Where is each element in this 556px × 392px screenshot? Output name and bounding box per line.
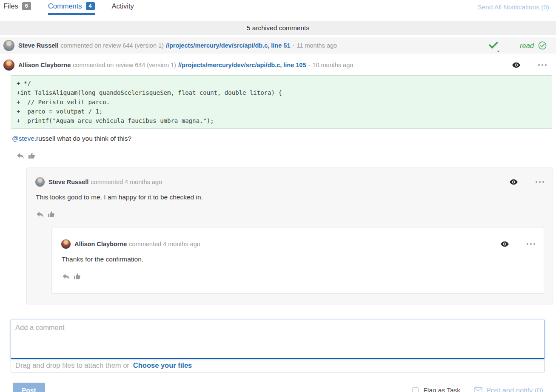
timestamp: commented 4 months ago — [91, 179, 162, 185]
archived-comments-toggle[interactable]: 5 archived comments — [0, 21, 556, 35]
files-count-badge: 6 — [22, 2, 31, 10]
timestamp: commented 4 months ago — [129, 241, 200, 247]
reply-controls — [501, 241, 535, 247]
author-name: Allison Clayborne — [74, 241, 127, 247]
code-line: + printf("Aquam arcu vehicula faucibus u… — [17, 116, 546, 125]
timestamp: 10 months ago — [312, 62, 353, 68]
flag-as-task: Flag as Task — [412, 386, 460, 392]
avatar-allison-clayborne — [3, 60, 14, 71]
comment-actions — [17, 151, 556, 159]
reply-icon[interactable] — [37, 211, 44, 218]
reply-body: Thanks for the confirmation. — [62, 256, 535, 263]
post-button[interactable]: Post — [13, 383, 45, 392]
envelope-icon — [474, 387, 482, 392]
reply-actions — [63, 272, 535, 280]
comment-header-row: Allison Clayborne commented on review 64… — [0, 57, 556, 73]
thumbs-up-icon[interactable] — [28, 152, 35, 159]
comment-body: @steve.russell what do you think of this… — [12, 135, 556, 142]
ellipsis-icon[interactable] — [527, 243, 535, 245]
tab-activity-label: Activity — [112, 2, 134, 10]
eye-icon[interactable] — [510, 179, 518, 185]
resolved-check-dropdown[interactable]: ⌄ — [488, 41, 499, 50]
flag-as-task-checkbox[interactable] — [412, 387, 419, 392]
reply-icon[interactable] — [17, 153, 24, 159]
circle-check-icon[interactable] — [538, 41, 547, 50]
reply-icon[interactable] — [63, 273, 70, 280]
add-comment-input[interactable] — [11, 320, 545, 359]
ellipsis-icon[interactable] — [538, 64, 547, 66]
author-name: Allison Clayborne — [18, 62, 71, 68]
thumbs-up-icon[interactable] — [74, 273, 81, 280]
post-and-notify-button[interactable]: Post and notify (0) — [474, 386, 543, 392]
code-line: + */ — [17, 79, 546, 88]
comment-action-text: commented on review 644 (version 1) — [73, 62, 176, 68]
reply-header: Allison Clayborne commented 4 months ago — [61, 239, 535, 249]
thumbs-up-icon[interactable] — [48, 210, 55, 218]
code-line: + // Peristo velit parco. — [17, 97, 546, 107]
reply-header: Steve Russell commented 4 months ago — [35, 177, 544, 187]
drop-hint-text: Drag and drop files to attach them or — [15, 361, 129, 369]
tab-comments-label: Comments — [48, 2, 82, 10]
reply-actions — [37, 210, 544, 218]
nested-reply-card: Allison Clayborne commented 4 months ago… — [51, 227, 544, 294]
code-line: +int TalisAliquam(long quandoScelerisque… — [17, 88, 546, 97]
tab-comments[interactable]: Comments 4 — [48, 2, 95, 15]
separator: - — [308, 62, 310, 68]
ellipsis-icon[interactable] — [536, 181, 544, 183]
flag-as-task-label: Flag as Task — [423, 386, 460, 392]
tab-files[interactable]: Files 6 — [3, 2, 31, 15]
reply-thread: Steve Russell commented 4 months ago Thi… — [26, 168, 553, 305]
file-line-link[interactable]: //projects/mercury/dev/src/api/db.c, lin… — [178, 62, 306, 68]
diff-code-block: + */+int TalisAliquam(long quandoSceleri… — [11, 75, 552, 129]
post-and-notify-label: Post and notify (0) — [486, 386, 543, 392]
read-status-label: read — [520, 42, 534, 50]
author-name: Steve Russell — [48, 179, 88, 185]
archived-row-controls: ⌄ read — [488, 41, 547, 50]
comment-action-text: commented on review 644 (version 1) — [60, 42, 164, 49]
timestamp: 11 months ago — [297, 42, 337, 49]
eye-icon[interactable] — [512, 62, 520, 68]
comment-controls — [512, 62, 547, 68]
footer-right: Flag as Task Post and notify (0) — [412, 386, 543, 392]
choose-files-link[interactable]: Choose your files — [133, 361, 192, 369]
mention-link[interactable]: @steve — [12, 135, 34, 142]
tab-bar: Files 6 Comments 4 Activity Send All Not… — [0, 0, 556, 15]
avatar-steve-russell — [35, 177, 45, 187]
caret-down-icon: ⌄ — [496, 48, 500, 53]
avatar-steve-russell — [3, 40, 14, 51]
reply-controls — [510, 179, 544, 185]
send-all-notifications-button[interactable]: Send All Notifications (0) — [477, 2, 549, 11]
avatar-allison-clayborne — [61, 239, 71, 249]
file-line-link[interactable]: //projects/mercury/dev/src/api/db.c, lin… — [166, 42, 291, 49]
form-footer: Post Flag as Task Post and notify (0) — [13, 383, 543, 392]
comment-form: Drag and drop files to attach them or Ch… — [11, 320, 545, 372]
tab-files-label: Files — [3, 2, 18, 10]
comments-count-badge: 4 — [86, 2, 95, 10]
reply-body: This looks good to me. I am happy for it… — [36, 193, 544, 201]
eye-icon[interactable] — [501, 241, 509, 247]
author-name: Steve Russell — [18, 42, 58, 49]
archived-comment-row: Steve Russell commented on review 644 (v… — [0, 37, 556, 54]
comment-text: .russell what do you think of this? — [34, 135, 131, 142]
code-line: + parco = volutpat / 1; — [17, 107, 546, 116]
separator: - — [292, 42, 294, 49]
tab-activity[interactable]: Activity — [112, 2, 134, 15]
file-drop-zone[interactable]: Drag and drop files to attach them or Ch… — [11, 359, 545, 372]
